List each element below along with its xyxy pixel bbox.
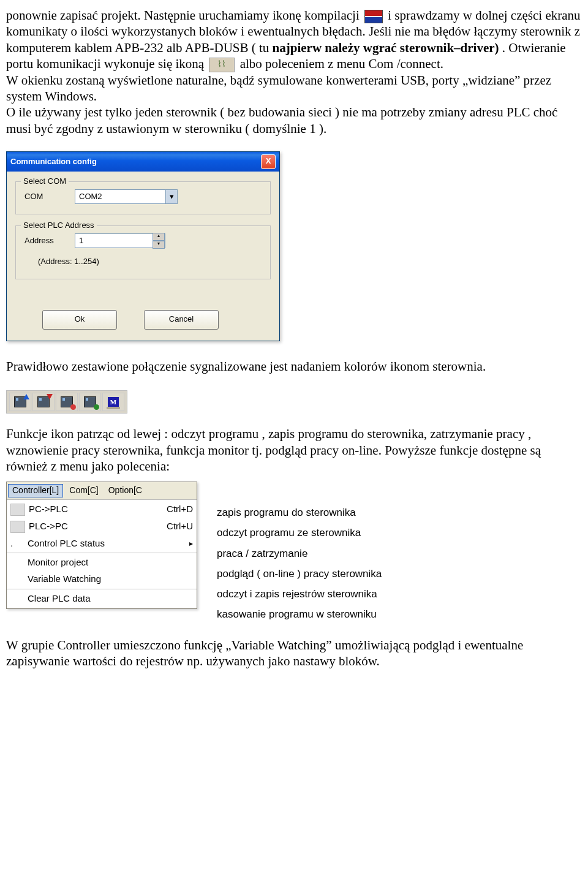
- menubar-option[interactable]: Option[C: [105, 484, 146, 497]
- menu-descriptions: zapis programu do sterownika odczyt prog…: [217, 482, 382, 621]
- empty-icon: [10, 558, 24, 569]
- menu-item-label: PC->PLC: [29, 504, 163, 515]
- connect-icon: ⌇⌇: [209, 58, 235, 72]
- menu-item-shortcut: Ctrl+D: [167, 504, 193, 515]
- com-label: COM: [24, 192, 67, 202]
- menubar-controller[interactable]: Controller[L]: [8, 484, 63, 497]
- select-plc-address-label: Select PLC Address: [21, 221, 97, 230]
- controller-menu-figure: Controller[L] Com[C] Option[C PC->PLC Ct…: [6, 482, 582, 621]
- paragraph-1: ponownie zapisać projekt. Następnie uruc…: [6, 7, 582, 137]
- menu-desc-1: odczyt programu ze sterownika: [217, 526, 382, 539]
- select-com-group: Select COM COM COM2 ▾: [15, 181, 271, 214]
- menu-bar: Controller[L] Com[C] Option[C: [7, 482, 197, 500]
- menu-desc-5: kasowanie programu w sterowniku: [217, 608, 382, 621]
- dialog-titlebar: Communication config X: [7, 152, 279, 172]
- menu-item-label: Clear PLC data: [28, 593, 193, 605]
- submenu-arrow-icon: ▸: [189, 539, 193, 548]
- menu-item-control-status[interactable]: . Control PLC status ▸: [7, 535, 197, 552]
- monitor-button[interactable]: M: [102, 393, 124, 411]
- cancel-button[interactable]: Cancel: [144, 310, 219, 330]
- spinner-down-icon[interactable]: ▾: [153, 241, 165, 249]
- menu-desc-0: zapis programu do sterownika: [217, 506, 382, 519]
- dialog-title: Communication config: [10, 157, 97, 167]
- play-icon: [94, 404, 99, 410]
- paragraph-5: Funkcje ikon patrząc od lewej : odczyt p…: [6, 426, 582, 474]
- p1-text-d: albo poleceniem z menu Com /connect.: [240, 56, 443, 71]
- compile-icon: [364, 10, 383, 23]
- select-plc-address-group: Select PLC Address Address 1 ▴ ▾ (Addres…: [15, 225, 271, 279]
- menubar-com[interactable]: Com[C]: [66, 484, 102, 497]
- communication-config-dialog: Communication config X Select COM COM CO…: [6, 151, 280, 341]
- menu-item-label: Variable Watching: [28, 573, 193, 585]
- menu-item-variable-watching[interactable]: Variable Watching: [7, 571, 197, 588]
- menu-item-plc-to-pc[interactable]: PLC->PC Ctrl+U: [7, 518, 197, 535]
- ok-button[interactable]: Ok: [42, 310, 117, 330]
- arrow-up-icon: [23, 394, 29, 399]
- com-combobox[interactable]: COM2 ▾: [75, 189, 178, 204]
- empty-icon: [10, 593, 24, 604]
- menu-item-label: PLC->PC: [29, 521, 163, 532]
- menu-item-shortcut: Ctrl+U: [167, 521, 193, 532]
- address-hint: (Address: 1..254): [38, 257, 262, 266]
- menu-item-clear-plc-data[interactable]: Clear PLC data: [7, 591, 197, 607]
- monitor-icon: M: [108, 397, 119, 407]
- menu-desc-3: podgląd ( on-line ) pracy sterownika: [217, 567, 382, 580]
- read-program-button[interactable]: [9, 393, 31, 411]
- arrow-down-icon: [47, 394, 53, 399]
- paragraph-6: W grupie Controller umieszczono funkcję …: [6, 637, 582, 670]
- menu-desc-4: odczyt i zapis rejestrów sterownika: [217, 588, 382, 600]
- dialog-body: Select COM COM COM2 ▾ Select PLC Address…: [7, 172, 279, 341]
- address-label: Address: [24, 236, 67, 246]
- plc-toolbar: M: [6, 390, 127, 414]
- menu-desc-2: praca / zatrzymanie: [217, 547, 382, 560]
- run-plc-button[interactable]: [79, 393, 101, 411]
- p1-text-bold: najpierw należy wgrać sterownik–driver): [273, 40, 499, 55]
- p2-text: W okienku zostaną wyświetlone naturalne,…: [6, 73, 551, 104]
- menu-item-pc-to-plc[interactable]: PC->PLC Ctrl+D: [7, 501, 197, 518]
- empty-icon: .: [10, 538, 24, 549]
- chevron-down-icon[interactable]: ▾: [165, 190, 177, 203]
- menu-separator: [7, 589, 197, 589]
- com-value: COM2: [79, 192, 102, 202]
- empty-icon: [10, 574, 24, 585]
- p3-text: O ile używany jest tylko jeden sterownik…: [6, 105, 557, 135]
- stop-plc-button[interactable]: [56, 393, 78, 411]
- address-value: 1: [79, 236, 83, 246]
- paragraph-4: Prawidłowo zestawione połączenie sygnali…: [6, 358, 582, 374]
- write-program-button[interactable]: [32, 393, 55, 411]
- p1-text-a: ponownie zapisać projekt. Następnie uruc…: [6, 8, 363, 23]
- stop-icon: [70, 404, 76, 410]
- menu-items: PC->PLC Ctrl+D PLC->PC Ctrl+U . Control …: [7, 500, 197, 608]
- download-icon: [10, 504, 25, 516]
- menu-item-monitor-project[interactable]: Monitor project: [7, 554, 197, 571]
- menu-separator: [7, 553, 197, 553]
- controller-context-menu: Controller[L] Com[C] Option[C PC->PLC Ct…: [6, 482, 197, 609]
- spinner-up-icon[interactable]: ▴: [153, 233, 165, 241]
- menu-item-label: Monitor project: [28, 557, 193, 569]
- dialog-close-button[interactable]: X: [261, 154, 276, 169]
- address-spinner[interactable]: 1 ▴ ▾: [75, 233, 165, 248]
- upload-icon: [10, 521, 25, 533]
- select-com-label: Select COM: [21, 176, 69, 186]
- menu-item-label: Control PLC status: [28, 538, 186, 550]
